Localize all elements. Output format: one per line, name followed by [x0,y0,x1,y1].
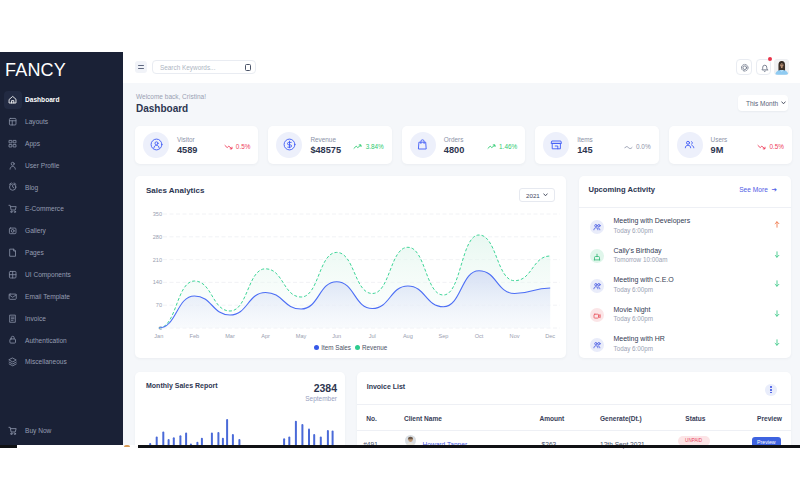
svg-text:Oct: Oct [475,333,484,339]
svg-text:Dec: Dec [545,333,555,339]
svg-text:May: May [296,333,307,339]
svg-text:280: 280 [153,234,162,240]
svg-text:Sep: Sep [438,333,448,339]
svg-text:Jan: Jan [154,333,163,339]
svg-text:Jun: Jun [332,333,341,339]
svg-text:Nov: Nov [510,333,520,339]
svg-text:Aug: Aug [403,333,413,339]
svg-text:350: 350 [153,211,162,217]
svg-text:Apr: Apr [261,333,270,339]
svg-text:Mar: Mar [225,333,235,339]
svg-text:140: 140 [153,279,162,285]
svg-text:70: 70 [156,302,162,308]
svg-text:210: 210 [153,257,162,263]
svg-text:Feb: Feb [190,333,200,339]
svg-text:Jul: Jul [369,333,376,339]
